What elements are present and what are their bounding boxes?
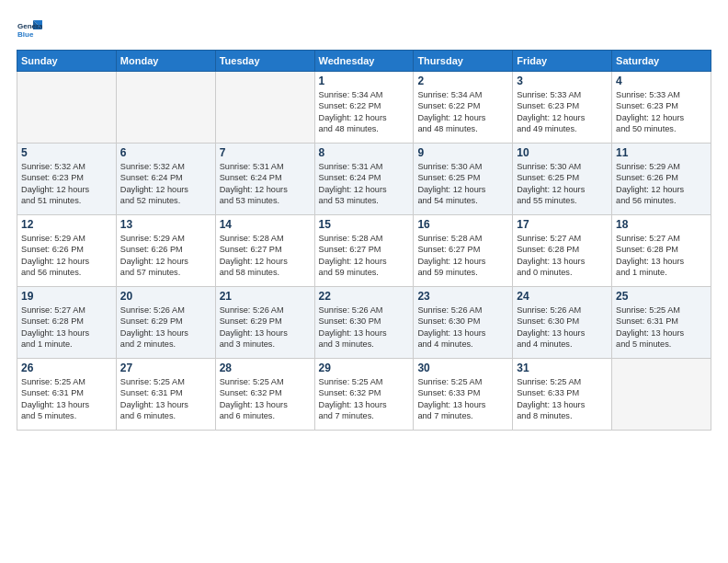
calendar-table: SundayMondayTuesdayWednesdayThursdayFrid…	[17, 50, 711, 431]
calendar-cell	[17, 72, 117, 144]
calendar-cell: 12Sunrise: 5:29 AM Sunset: 6:26 PM Dayli…	[17, 215, 117, 287]
calendar-cell: 25Sunrise: 5:25 AM Sunset: 6:31 PM Dayli…	[612, 287, 711, 359]
week-row-2: 5Sunrise: 5:32 AM Sunset: 6:23 PM Daylig…	[17, 144, 711, 215]
day-number: 24	[517, 290, 608, 303]
day-number: 17	[517, 218, 608, 231]
day-number: 23	[417, 290, 508, 303]
day-info: Sunrise: 5:33 AM Sunset: 6:23 PM Dayligh…	[517, 89, 608, 135]
day-info: Sunrise: 5:28 AM Sunset: 6:27 PM Dayligh…	[220, 233, 311, 279]
calendar-cell: 13Sunrise: 5:29 AM Sunset: 6:26 PM Dayli…	[116, 215, 215, 287]
day-number: 28	[220, 362, 311, 374]
day-info: Sunrise: 5:25 AM Sunset: 6:31 PM Dayligh…	[120, 376, 211, 422]
header: General Blue	[17, 17, 711, 42]
day-info: Sunrise: 5:29 AM Sunset: 6:26 PM Dayligh…	[120, 233, 211, 279]
day-info: Sunrise: 5:26 AM Sunset: 6:29 PM Dayligh…	[220, 304, 311, 350]
calendar-cell: 4Sunrise: 5:33 AM Sunset: 6:23 PM Daylig…	[612, 72, 711, 144]
calendar-cell: 14Sunrise: 5:28 AM Sunset: 6:27 PM Dayli…	[215, 215, 314, 287]
calendar-cell: 31Sunrise: 5:25 AM Sunset: 6:33 PM Dayli…	[513, 359, 612, 431]
day-info: Sunrise: 5:27 AM Sunset: 6:28 PM Dayligh…	[616, 233, 707, 279]
day-info: Sunrise: 5:25 AM Sunset: 6:31 PM Dayligh…	[21, 376, 112, 422]
calendar-cell: 24Sunrise: 5:26 AM Sunset: 6:30 PM Dayli…	[513, 287, 612, 359]
day-number: 31	[517, 362, 608, 374]
calendar-cell: 7Sunrise: 5:31 AM Sunset: 6:24 PM Daylig…	[215, 144, 314, 215]
day-info: Sunrise: 5:30 AM Sunset: 6:25 PM Dayligh…	[517, 161, 608, 207]
day-info: Sunrise: 5:33 AM Sunset: 6:23 PM Dayligh…	[616, 89, 707, 135]
day-number: 3	[517, 75, 608, 87]
calendar-cell: 10Sunrise: 5:30 AM Sunset: 6:25 PM Dayli…	[513, 144, 612, 215]
calendar-cell: 28Sunrise: 5:25 AM Sunset: 6:32 PM Dayli…	[215, 359, 314, 431]
day-info: Sunrise: 5:26 AM Sunset: 6:29 PM Dayligh…	[120, 304, 211, 350]
day-info: Sunrise: 5:25 AM Sunset: 6:31 PM Dayligh…	[616, 304, 707, 350]
day-number: 2	[417, 75, 508, 87]
day-info: Sunrise: 5:34 AM Sunset: 6:22 PM Dayligh…	[417, 89, 508, 135]
calendar-cell: 17Sunrise: 5:27 AM Sunset: 6:28 PM Dayli…	[513, 215, 612, 287]
day-info: Sunrise: 5:28 AM Sunset: 6:27 PM Dayligh…	[319, 233, 410, 279]
day-number: 11	[616, 146, 707, 159]
week-row-1: 1Sunrise: 5:34 AM Sunset: 6:22 PM Daylig…	[17, 72, 711, 144]
day-number: 9	[417, 146, 508, 159]
weekday-header-wednesday: Wednesday	[314, 51, 414, 72]
calendar-cell: 5Sunrise: 5:32 AM Sunset: 6:23 PM Daylig…	[17, 144, 117, 215]
calendar-cell: 23Sunrise: 5:26 AM Sunset: 6:30 PM Dayli…	[414, 287, 513, 359]
week-row-3: 12Sunrise: 5:29 AM Sunset: 6:26 PM Dayli…	[17, 215, 711, 287]
day-info: Sunrise: 5:31 AM Sunset: 6:24 PM Dayligh…	[220, 161, 311, 207]
calendar-cell: 6Sunrise: 5:32 AM Sunset: 6:24 PM Daylig…	[116, 144, 215, 215]
calendar-cell: 18Sunrise: 5:27 AM Sunset: 6:28 PM Dayli…	[612, 215, 711, 287]
weekday-header-row: SundayMondayTuesdayWednesdayThursdayFrid…	[17, 51, 711, 72]
day-info: Sunrise: 5:25 AM Sunset: 6:33 PM Dayligh…	[517, 376, 608, 422]
day-number: 15	[319, 218, 410, 231]
calendar-cell: 26Sunrise: 5:25 AM Sunset: 6:31 PM Dayli…	[17, 359, 117, 431]
day-info: Sunrise: 5:28 AM Sunset: 6:27 PM Dayligh…	[417, 233, 508, 279]
day-number: 10	[517, 146, 608, 159]
weekday-header-tuesday: Tuesday	[215, 51, 314, 72]
day-number: 16	[417, 218, 508, 231]
calendar-cell: 9Sunrise: 5:30 AM Sunset: 6:25 PM Daylig…	[414, 144, 513, 215]
calendar-cell: 2Sunrise: 5:34 AM Sunset: 6:22 PM Daylig…	[414, 72, 513, 144]
weekday-header-sunday: Sunday	[17, 51, 117, 72]
calendar-cell: 22Sunrise: 5:26 AM Sunset: 6:30 PM Dayli…	[314, 287, 414, 359]
day-info: Sunrise: 5:29 AM Sunset: 6:26 PM Dayligh…	[21, 233, 112, 279]
day-info: Sunrise: 5:32 AM Sunset: 6:23 PM Dayligh…	[21, 161, 112, 207]
calendar-cell: 21Sunrise: 5:26 AM Sunset: 6:29 PM Dayli…	[215, 287, 314, 359]
day-number: 20	[120, 290, 211, 303]
day-number: 7	[220, 146, 311, 159]
day-info: Sunrise: 5:30 AM Sunset: 6:25 PM Dayligh…	[417, 161, 508, 207]
weekday-header-saturday: Saturday	[612, 51, 711, 72]
calendar-cell	[612, 359, 711, 431]
day-number: 27	[120, 362, 211, 374]
weekday-header-friday: Friday	[513, 51, 612, 72]
calendar-page: General Blue SundayMondayTuesdayWednesda…	[0, 0, 728, 563]
calendar-cell: 15Sunrise: 5:28 AM Sunset: 6:27 PM Dayli…	[314, 215, 414, 287]
calendar-cell: 27Sunrise: 5:25 AM Sunset: 6:31 PM Dayli…	[116, 359, 215, 431]
day-info: Sunrise: 5:27 AM Sunset: 6:28 PM Dayligh…	[517, 233, 608, 279]
weekday-header-thursday: Thursday	[414, 51, 513, 72]
week-row-5: 26Sunrise: 5:25 AM Sunset: 6:31 PM Dayli…	[17, 359, 711, 431]
day-number: 18	[616, 218, 707, 231]
calendar-cell: 1Sunrise: 5:34 AM Sunset: 6:22 PM Daylig…	[314, 72, 414, 144]
day-info: Sunrise: 5:32 AM Sunset: 6:24 PM Dayligh…	[120, 161, 211, 207]
day-number: 14	[220, 218, 311, 231]
day-info: Sunrise: 5:29 AM Sunset: 6:26 PM Dayligh…	[616, 161, 707, 207]
day-number: 21	[220, 290, 311, 303]
calendar-cell: 8Sunrise: 5:31 AM Sunset: 6:24 PM Daylig…	[314, 144, 414, 215]
day-number: 5	[21, 146, 112, 159]
day-info: Sunrise: 5:25 AM Sunset: 6:33 PM Dayligh…	[417, 376, 508, 422]
day-info: Sunrise: 5:25 AM Sunset: 6:32 PM Dayligh…	[319, 376, 410, 422]
day-info: Sunrise: 5:26 AM Sunset: 6:30 PM Dayligh…	[517, 304, 608, 350]
day-number: 4	[616, 75, 707, 87]
calendar-cell	[116, 72, 215, 144]
day-info: Sunrise: 5:31 AM Sunset: 6:24 PM Dayligh…	[319, 161, 410, 207]
day-number: 6	[120, 146, 211, 159]
day-info: Sunrise: 5:34 AM Sunset: 6:22 PM Dayligh…	[319, 89, 410, 135]
day-number: 26	[21, 362, 112, 374]
calendar-cell: 20Sunrise: 5:26 AM Sunset: 6:29 PM Dayli…	[116, 287, 215, 359]
day-info: Sunrise: 5:25 AM Sunset: 6:32 PM Dayligh…	[220, 376, 311, 422]
svg-text:Blue: Blue	[17, 30, 34, 39]
svg-text:General: General	[17, 22, 42, 30]
day-info: Sunrise: 5:26 AM Sunset: 6:30 PM Dayligh…	[319, 304, 410, 350]
weekday-header-monday: Monday	[116, 51, 215, 72]
day-number: 25	[616, 290, 707, 303]
calendar-cell: 3Sunrise: 5:33 AM Sunset: 6:23 PM Daylig…	[513, 72, 612, 144]
day-number: 1	[319, 75, 410, 87]
calendar-cell: 11Sunrise: 5:29 AM Sunset: 6:26 PM Dayli…	[612, 144, 711, 215]
